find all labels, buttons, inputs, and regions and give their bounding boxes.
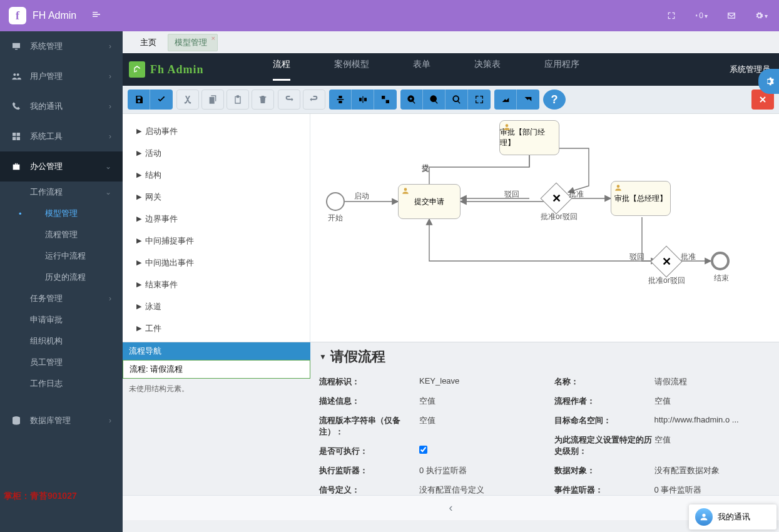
undo-button[interactable]: [303, 90, 325, 110]
palette-catch[interactable]: ▶中间捕捉事件: [136, 230, 296, 252]
property-row[interactable]: 流程标识：KEY_leave: [319, 372, 536, 392]
palette-start-events[interactable]: ▶启动事件: [136, 120, 296, 142]
sidebar-item-comm[interactable]: 我的通讯›: [0, 91, 123, 121]
menu-toggle-icon[interactable]: [91, 9, 101, 22]
zoom-fit-button[interactable]: [468, 90, 491, 110]
avatar-icon: [695, 508, 713, 526]
copy-button[interactable]: [201, 90, 224, 110]
chat-widget[interactable]: 我的通讯: [689, 504, 776, 529]
sidebar-sub-workflow[interactable]: 工作流程⌄: [0, 182, 123, 203]
sidebar-sub-running[interactable]: 运行中流程: [0, 245, 123, 267]
paste-button[interactable]: [227, 90, 249, 110]
property-row[interactable]: 信号定义：没有配置信号定义: [319, 481, 536, 495]
align-v-button[interactable]: [329, 90, 352, 110]
nav-process[interactable]: 流程: [273, 59, 290, 81]
sidebar-sub-staff[interactable]: 员工管理: [0, 352, 123, 373]
palette-structure[interactable]: ▶结构: [136, 164, 296, 186]
sidebar-footer: 掌柜：青苔901027: [0, 487, 81, 506]
sidebar-sub-task[interactable]: 任务管理›: [0, 288, 123, 309]
fullscreen-icon[interactable]: [665, 9, 678, 22]
palette-label: 启动事件: [145, 126, 178, 137]
chevron-down-icon: ▾: [705, 13, 708, 19]
palette-lane[interactable]: ▶泳道: [136, 295, 296, 317]
property-row[interactable]: 执行监听器：0 执行监听器: [319, 461, 536, 481]
property-row[interactable]: 流程版本字符串（仅备注）：空值: [319, 411, 536, 442]
canvas[interactable]: 开始 启动 提交申请 提交 审批【部门经理】 ✕ 批准or驳回 驳回 批准 审批…: [310, 114, 767, 339]
nav-form[interactable]: 表单: [413, 59, 430, 81]
zoom-reset-button[interactable]: [446, 90, 468, 110]
task-submit[interactable]: 提交申请: [398, 184, 461, 219]
zoom-in-button[interactable]: [400, 90, 423, 110]
caret-right-icon: ▶: [136, 302, 141, 310]
task-mgr[interactable]: 审批【部门经理】: [499, 120, 559, 155]
property-row[interactable]: 流程作者：空值: [554, 392, 771, 411]
property-value: 请假流程: [654, 376, 771, 387]
process-nav-item[interactable]: 流程: 请假流程: [123, 360, 310, 379]
canvas-scroll[interactable]: 开始 启动 提交申请 提交 审批【部门经理】 ✕ 批准or驳回 驳回 批准 审批…: [310, 114, 779, 342]
executable-checkbox[interactable]: [419, 446, 427, 454]
end-event[interactable]: [711, 252, 730, 270]
help-button[interactable]: ?: [543, 90, 566, 110]
cut-button[interactable]: [176, 90, 199, 110]
property-row[interactable]: 是否可执行：: [319, 442, 536, 461]
validate-button[interactable]: [150, 90, 173, 110]
palette-end[interactable]: ▶结束事件: [136, 274, 296, 295]
sidebar-item-label: 办公管理: [30, 161, 63, 172]
sidebar-sub-label: 员工管理: [30, 357, 63, 368]
chevron-right-icon: ›: [109, 132, 111, 141]
gear-icon[interactable]: ▾: [755, 9, 768, 22]
property-value: 0 事件监听器: [654, 484, 771, 495]
sidebar-item-users[interactable]: 用户管理›: [0, 61, 123, 91]
property-row[interactable]: 名称：请假流程: [554, 372, 771, 392]
collapse-handle[interactable]: ‹: [123, 495, 779, 520]
start-event[interactable]: [326, 192, 345, 211]
property-row[interactable]: 描述信息：空值: [319, 392, 536, 411]
sidebar-item-tools[interactable]: 系统工具›: [0, 121, 123, 151]
redo-button[interactable]: [278, 90, 300, 110]
tab-home[interactable]: 主页: [134, 34, 163, 51]
property-row[interactable]: 为此流程定义设置特定的历史级别：空值: [554, 431, 771, 461]
property-label: 为此流程定义设置特定的历史级别：: [554, 434, 654, 457]
save-button[interactable]: [128, 90, 150, 110]
palette-boundary[interactable]: ▶边界事件: [136, 208, 296, 230]
same-size-button[interactable]: [374, 90, 397, 110]
sidebar-sub-apply[interactable]: 申请审批: [0, 309, 123, 330]
task-gm[interactable]: 审批【总经理】: [611, 181, 671, 216]
sidebar-item-label: 系统管理: [30, 41, 63, 52]
nav-case[interactable]: 案例模型: [334, 59, 369, 81]
property-row[interactable]: 事件监听器：0 事件监听器: [554, 481, 771, 495]
property-row[interactable]: 数据对象：没有配置数据对象: [554, 461, 771, 481]
close-icon[interactable]: ×: [211, 34, 215, 42]
sidebar-item-system[interactable]: 系统管理›: [0, 31, 123, 61]
tab-model[interactable]: 模型管理×: [168, 34, 218, 51]
settings-tab[interactable]: [758, 69, 779, 94]
delete-button[interactable]: [252, 90, 274, 110]
bend-add-button[interactable]: [494, 90, 517, 110]
editor: ▶启动事件 ▶活动 ▶结构 ▶网关 ▶边界事件 ▶中间捕捉事件 ▶中间抛出事件 …: [123, 113, 779, 342]
sidebar-sub-history[interactable]: 历史的流程: [0, 267, 123, 288]
zoom-out-button[interactable]: [423, 90, 446, 110]
user-icon: [502, 123, 511, 131]
property-row[interactable]: 目标命名空间：http://www.fhadmin.o ...: [554, 411, 771, 431]
sidebar-sub-process[interactable]: 流程管理: [0, 224, 123, 245]
nav-decision[interactable]: 决策表: [474, 59, 501, 81]
palette-activities[interactable]: ▶活动: [136, 142, 296, 164]
caret-right-icon: ▶: [136, 171, 141, 179]
gateway-2[interactable]: ✕: [651, 246, 683, 278]
sidebar-item-office[interactable]: 办公管理⌄: [0, 151, 123, 182]
sidebar-sub-model[interactable]: 模型管理: [0, 203, 123, 224]
chevron-right-icon: ›: [109, 42, 111, 51]
nav-app[interactable]: 应用程序: [544, 59, 579, 81]
sidebar-item-db[interactable]: 数据库管理›: [0, 406, 123, 436]
align-h-button[interactable]: [352, 90, 374, 110]
notification-icon[interactable]: 0▾: [695, 9, 708, 22]
palette-throw[interactable]: ▶中间抛出事件: [136, 252, 296, 274]
properties-title[interactable]: ▼请假流程: [319, 347, 770, 366]
sidebar-sub-org[interactable]: 组织机构: [0, 330, 123, 352]
sidebar-sub-worklog[interactable]: 工作日志: [0, 373, 123, 394]
bend-remove-button[interactable]: [517, 90, 539, 110]
gateway-1[interactable]: ✕: [541, 183, 573, 215]
palette-gateways[interactable]: ▶网关: [136, 186, 296, 208]
mail-icon[interactable]: [725, 9, 738, 22]
palette-artifact[interactable]: ▶工件: [136, 317, 296, 339]
